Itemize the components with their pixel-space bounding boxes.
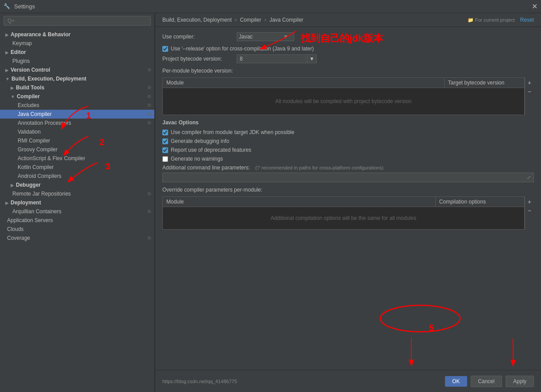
cancel-button[interactable]: Cancel — [471, 376, 502, 387]
copy-icon: ⧉ — [148, 235, 151, 241]
sidebar-item-plugins[interactable]: Plugins — [0, 57, 154, 65]
copy-icon: ⧉ — [148, 94, 151, 99]
ok-button[interactable]: OK — [445, 376, 467, 387]
sidebar-item-compiler[interactable]: ▼Compiler⧉ — [0, 92, 154, 101]
sidebar-item-app-servers[interactable]: Application Servers — [0, 216, 154, 225]
window-title: Settings — [14, 3, 532, 10]
override-table: Module Compilation options Additional co… — [162, 196, 525, 230]
url-hint: https://blog.csdn.net/qq_41486775 — [162, 379, 441, 384]
add-override-button[interactable]: + — [526, 197, 533, 206]
opt2-label[interactable]: Generate debugging info — [171, 138, 229, 144]
sidebar-item-label: Kotlin Compiler — [18, 164, 54, 170]
sidebar-item-label: RMI Compiler — [18, 138, 50, 144]
override-options-col-header: Compilation options — [436, 197, 524, 207]
breadcrumb: Build, Execution, Deployment › Compiler … — [162, 17, 303, 23]
sidebar-item-groovy-compiler[interactable]: Groovy Compiler — [0, 145, 154, 154]
arrow-icon: ▼ — [11, 94, 15, 99]
cmdline-input[interactable]: ⤢ — [162, 173, 534, 182]
release-option-checkbox[interactable] — [162, 46, 168, 52]
all-modules-message: All modules will be compiled with projec… — [275, 98, 411, 104]
copy-icon: ⧉ — [148, 67, 151, 73]
app-icon: 🔧 — [4, 3, 11, 10]
remove-override-button[interactable]: − — [526, 206, 533, 215]
remove-module-button[interactable]: − — [526, 87, 533, 96]
sidebar-item-remote-jar[interactable]: Remote Jar Repositories⧉ — [0, 189, 154, 198]
sidebar-item-label: Excludes — [18, 102, 39, 108]
per-module-table-container: Module Target bytecode version All modul… — [162, 77, 534, 115]
opt3-label[interactable]: Report use of deprecated features — [171, 147, 251, 153]
sidebar-item-build-tools[interactable]: ▶Build Tools⧉ — [0, 83, 154, 92]
sidebar-item-version-control[interactable]: ▶Version Control⧉ — [0, 65, 154, 74]
opt4-checkbox[interactable] — [162, 156, 168, 162]
sidebar-item-label: Android Compilers — [18, 173, 61, 179]
bytecode-version-row: Project bytecode version: ▼ — [162, 54, 534, 63]
sidebar-item-android-compilers[interactable]: Android Compilers — [0, 172, 154, 181]
sidebar-item-rmi-compiler[interactable]: RMI Compiler — [0, 136, 154, 145]
arrow-icon: ▶ — [5, 32, 9, 37]
opt4-label[interactable]: Generate no warnings — [171, 156, 223, 162]
arrow-icon: ▶ — [5, 50, 9, 55]
sidebar-item-excludes[interactable]: Excludes⧉ — [0, 101, 154, 110]
opt3-row: Report use of deprecated features — [162, 147, 534, 153]
sidebar-item-label: Coverage — [7, 235, 30, 241]
bytecode-label: Project bytecode version: — [162, 56, 233, 62]
dropdown-arrow-icon: ▼ — [283, 34, 288, 40]
opt1-checkbox[interactable] — [162, 130, 168, 135]
close-button[interactable]: ✕ — [532, 2, 537, 11]
javac-options-title: Javac Options — [162, 119, 534, 126]
sidebar-item-appearance[interactable]: ▶Appearance & Behavior — [0, 30, 154, 39]
per-module-table-body: All modules will be compiled with projec… — [163, 88, 524, 115]
opt1-row: Use compiler from module target JDK when… — [162, 129, 534, 135]
sidebar-item-label: Application Servers — [7, 217, 53, 223]
bytecode-input[interactable] — [237, 54, 307, 63]
search-input[interactable] — [4, 16, 151, 26]
add-module-button[interactable]: + — [526, 78, 533, 87]
reset-button[interactable]: Reset — [520, 17, 534, 23]
sidebar-item-annotation-processors[interactable]: Annotation Processors⧉ — [0, 119, 154, 127]
copy-icon: ⧉ — [148, 85, 151, 90]
sidebar-item-label: Appearance & Behavior — [11, 31, 70, 38]
opt2-checkbox[interactable] — [162, 138, 168, 144]
sidebar-item-debugger[interactable]: ▶Debugger — [0, 181, 154, 189]
sidebar-item-label: Build, Execution, Deployment — [12, 76, 86, 82]
sidebar-item-arquillian[interactable]: Arquillian Containers⧉ — [0, 207, 154, 216]
javac-options-section: Javac Options Use compiler from module t… — [162, 119, 534, 162]
compiler-select[interactable]: Javac ▼ — [237, 32, 294, 41]
sidebar-item-label: Keymap — [12, 40, 32, 46]
breadcrumb-part3: Java Compiler — [269, 17, 303, 23]
compiler-value: Javac — [239, 34, 253, 40]
apply-button[interactable]: Apply — [506, 376, 534, 387]
per-module-table-header: Module Target bytecode version — [163, 78, 524, 88]
opt1-label[interactable]: Use compiler from module target JDK when… — [171, 129, 294, 135]
opt3-checkbox[interactable] — [162, 147, 168, 153]
sidebar-item-label: Arquillian Containers — [12, 208, 61, 215]
panel-body: Use compiler: Javac ▼ Use '--release' op… — [155, 27, 541, 370]
override-table-header: Module Compilation options — [163, 197, 524, 207]
module-col-header: Module — [163, 78, 445, 88]
title-bar: 🔧 Settings ✕ — [0, 0, 541, 13]
panel-header: Build, Execution, Deployment › Compiler … — [155, 13, 541, 27]
sidebar-item-actionscript-flex[interactable]: ActionScript & Flex Compiler — [0, 154, 154, 163]
sidebar-item-label: Annotation Processors — [18, 120, 71, 126]
override-table-body: Additional compilation options will be t… — [163, 207, 524, 229]
bytecode-dropdown[interactable]: ▼ — [307, 54, 317, 63]
sidebar-item-kotlin-compiler[interactable]: Kotlin Compiler — [0, 163, 154, 172]
sidebar-item-deployment[interactable]: ▶Deployment — [0, 198, 154, 207]
sidebar-item-label: Plugins — [12, 58, 30, 64]
per-module-section: Per-module bytecode version: Module Targ… — [162, 68, 534, 115]
settings-window: 🔧 Settings ✕ ▶Appearance & BehaviorKeyma… — [0, 0, 541, 392]
expand-icon[interactable]: ⤢ — [527, 175, 531, 181]
sidebar-tree: ▶Appearance & BehaviorKeymap▶EditorPlugi… — [0, 28, 154, 392]
release-option-label[interactable]: Use '--release' option for cross-compila… — [171, 46, 314, 52]
sidebar-item-java-compiler[interactable]: Java Compiler⧉ — [0, 110, 154, 119]
sidebar-item-clouds[interactable]: Clouds — [0, 225, 154, 234]
opt2-row: Generate debugging info — [162, 138, 534, 144]
sidebar-item-label: Remote Jar Repositories — [12, 191, 71, 197]
sidebar-item-editor[interactable]: ▶Editor — [0, 48, 154, 57]
sidebar-item-coverage[interactable]: Coverage⧉ — [0, 234, 154, 242]
for-current-project: 📁 For current project — [468, 17, 515, 23]
sidebar-item-keymap[interactable]: Keymap — [0, 39, 154, 48]
sidebar-item-build-exec-deploy[interactable]: ▼Build, Execution, Deployment — [0, 74, 154, 83]
bottom-bar: https://blog.csdn.net/qq_41486775 OK Can… — [155, 370, 541, 392]
sidebar-item-validation[interactable]: Validation — [0, 127, 154, 136]
